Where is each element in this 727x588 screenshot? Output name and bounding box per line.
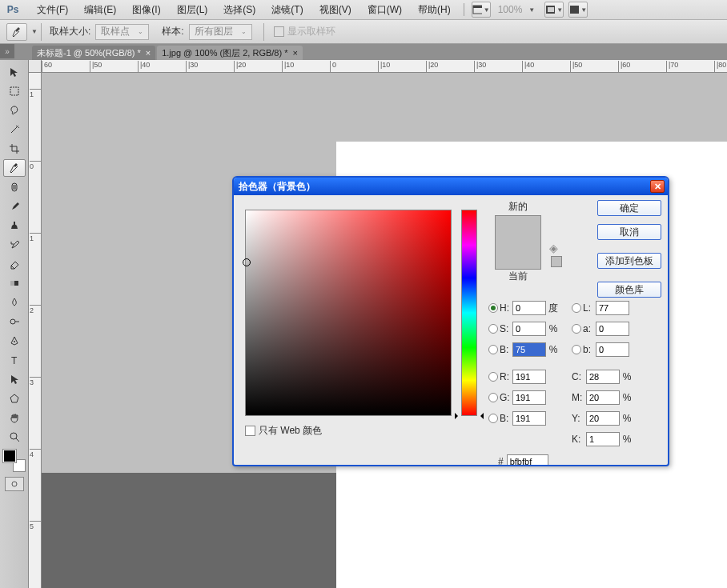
l-radio[interactable] [572,303,581,313]
document-tab-2[interactable]: 1.jpg @ 100% (图层 2, RGB/8) * × [157,46,303,60]
color-compare-swatch[interactable] [495,215,541,270]
blue-input[interactable] [512,411,546,426]
healing-brush-tool[interactable] [3,178,26,196]
marquee-tool[interactable] [3,82,26,100]
ruler-horizontal[interactable]: 60|50|40|30|20|100|10|20|30|40|50|60|70|… [42,60,727,73]
zoom-tool[interactable] [3,428,26,446]
active-tool-preset-button[interactable] [6,23,27,41]
svg-rect-9 [10,281,14,286]
type-tool[interactable]: T [3,351,26,369]
quick-mask-button[interactable] [5,477,24,491]
g-input[interactable] [512,390,546,405]
b2-radio[interactable] [488,414,498,423]
saturation-radio[interactable] [488,324,498,334]
document-tab-bar: » 未标题-1 @ 50%(RGB/8) * × 1.jpg @ 100% (图… [0,44,727,60]
menu-help[interactable]: 帮助(H) [410,0,459,19]
sample-layers-select[interactable]: 所有图层⌄ [189,24,252,40]
current-color-label: 当前 [490,270,546,283]
close-tab-icon[interactable]: × [292,48,297,58]
expand-dock-button[interactable]: » [0,44,14,58]
brightness-input[interactable] [512,342,546,357]
menu-layer[interactable]: 图层(L) [169,0,216,19]
y-input[interactable] [586,411,620,426]
menu-select[interactable]: 选择(S) [215,0,263,19]
screen-mode-button[interactable]: ▼ [544,2,564,18]
crop-tool[interactable] [3,140,26,158]
zoom-arrow-icon[interactable]: ▼ [528,6,535,14]
saturation-input[interactable] [512,322,546,336]
b-radio[interactable] [572,345,581,354]
svg-rect-4 [570,6,579,14]
a-radio[interactable] [572,324,581,334]
ruler-vertical[interactable]: 101234567 [29,73,42,588]
hex-input[interactable] [507,454,548,466]
blur-tool[interactable] [3,294,26,311]
gamut-warning-icon[interactable]: ◈ [549,242,558,254]
r-radio[interactable] [488,372,498,382]
show-sample-ring-checkbox[interactable] [274,26,284,37]
ok-button[interactable]: 确定 [597,200,661,216]
menu-view[interactable]: 视图(V) [311,0,359,19]
b-input[interactable] [596,342,629,357]
dodge-tool[interactable] [3,313,26,330]
dialog-title-text: 拾色器（背景色） [239,180,315,194]
add-swatch-button[interactable]: 添加到色板 [597,253,661,269]
svg-rect-0 [473,6,482,14]
brush-tool[interactable] [3,198,26,215]
new-color-swatch [496,216,540,242]
menu-separator [464,3,464,16]
pen-tool[interactable] [3,332,26,350]
web-colors-checkbox[interactable] [245,426,255,436]
clone-stamp-tool[interactable] [3,217,26,234]
g-radio[interactable] [488,393,498,402]
dialog-close-button[interactable]: ✕ [650,180,665,193]
eraser-tool[interactable] [3,255,26,273]
launch-bridge-button[interactable]: ▼ [472,2,491,18]
show-sample-ring-label: 显示取样环 [287,25,335,38]
dialog-title-bar[interactable]: 拾色器（背景色） [234,178,668,195]
lasso-tool[interactable] [3,102,26,119]
history-brush-tool[interactable] [3,236,26,254]
svg-point-11 [14,341,15,342]
saturation-brightness-field[interactable] [245,210,452,416]
foreground-color-swatch[interactable] [3,450,16,462]
menu-edit[interactable]: 编辑(E) [76,0,124,19]
color-field-cursor[interactable] [243,258,251,266]
shape-tool[interactable] [3,390,26,407]
sample-size-select[interactable]: 取样点⌄ [95,24,149,40]
menu-file[interactable]: 文件(F) [29,0,76,19]
k-input[interactable] [586,432,620,446]
gradient-tool[interactable] [3,274,26,292]
hue-input[interactable] [512,301,546,315]
y-unit: % [620,413,634,424]
cancel-button[interactable]: 取消 [597,224,661,240]
options-divider [263,23,264,41]
close-tab-icon[interactable]: × [146,48,151,58]
workspace-button[interactable]: ▼ [568,2,588,18]
new-color-label: 新的 [490,200,546,214]
color-library-button[interactable]: 颜色库 [597,282,661,298]
path-selection-tool[interactable] [3,370,26,388]
ruler-origin[interactable] [29,60,42,73]
brightness-radio[interactable] [488,345,498,354]
hue-slider-thumb[interactable] [456,413,463,419]
hue-radio[interactable] [488,303,498,313]
gamut-corrected-swatch[interactable] [551,256,562,267]
hue-slider[interactable] [461,210,477,416]
l-input[interactable] [596,301,629,315]
m-input[interactable] [586,390,620,405]
current-color-swatch [496,242,540,269]
move-tool[interactable] [3,63,26,81]
menu-image[interactable]: 图像(I) [124,0,168,19]
menu-window[interactable]: 窗口(W) [359,0,410,19]
main-menu-bar: Ps 文件(F) 编辑(E) 图像(I) 图层(L) 选择(S) 滤镜(T) 视… [0,0,727,20]
eyedropper-tool[interactable] [3,159,26,177]
a-input[interactable] [596,322,629,336]
document-tab-1[interactable]: 未标题-1 @ 50%(RGB/8) * × [32,46,155,60]
c-input[interactable] [586,370,620,384]
magic-wand-tool[interactable] [3,121,26,138]
menu-filter[interactable]: 滤镜(T) [263,0,311,19]
hand-tool[interactable] [3,409,26,426]
r-input[interactable] [512,370,546,384]
tool-preset-arrow-icon[interactable]: ▼ [31,28,38,35]
